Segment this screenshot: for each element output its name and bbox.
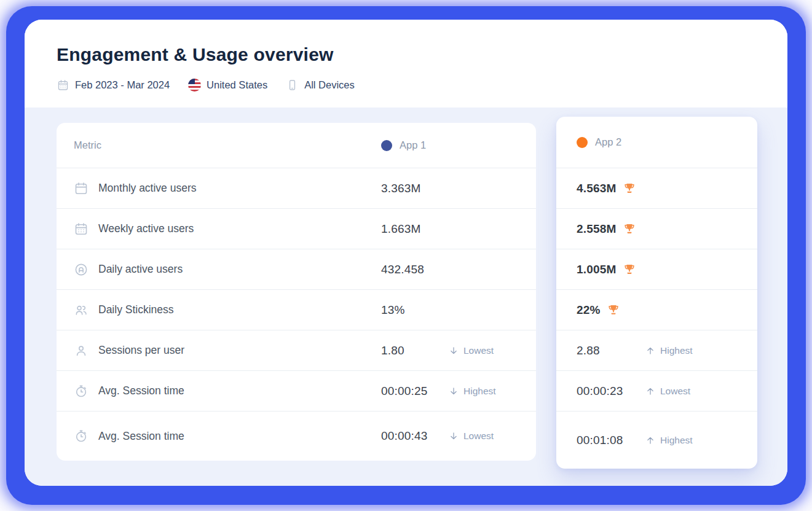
app2-rank-badge: Highest	[645, 345, 693, 356]
badge-label: Highest	[463, 386, 496, 397]
app2-value: 22%	[577, 303, 601, 317]
table-row: Daily active users 432.458	[57, 249, 536, 289]
app1-dot-icon	[381, 140, 392, 151]
table-row: Daily Stickiness 13%	[57, 289, 536, 330]
metric-column-header: Metric	[74, 139, 101, 151]
devices-filter[interactable]: All Devices	[286, 79, 355, 92]
metric-label: Daily Stickiness	[98, 303, 174, 316]
dashboard-body: Metric App 1 Monthly active users 3.363M	[25, 107, 787, 486]
app2-row: 2.558M	[556, 208, 757, 249]
app2-value: 1.005M	[577, 263, 617, 276]
mobile-device-icon	[286, 79, 299, 92]
metric-label: Daily active users	[98, 263, 183, 276]
app1-value: 00:00:25	[381, 384, 449, 398]
stopwatch-icon	[74, 384, 89, 399]
arrow-down-icon	[449, 386, 459, 396]
arrow-up-icon	[645, 346, 655, 356]
badge-label: Highest	[660, 345, 693, 356]
badge-label: Highest	[660, 435, 693, 446]
country-label: United States	[207, 79, 267, 91]
calendar-icon	[57, 79, 69, 92]
app2-row: 1.005M	[556, 249, 757, 289]
app2-value: 2.88	[577, 344, 600, 357]
user-icon	[74, 343, 89, 358]
app2-row: 00:00:23 Lowest	[556, 370, 757, 411]
arrow-down-icon	[449, 346, 459, 356]
date-range-filter[interactable]: Feb 2023 - Mar 2024	[57, 79, 170, 92]
app2-dot-icon	[577, 137, 588, 148]
devices-label: All Devices	[304, 79, 355, 91]
table-header-row: Metric App 1	[57, 123, 536, 168]
app2-value: 00:01:08	[577, 434, 623, 447]
app1-value: 13%	[381, 303, 449, 317]
app1-rank-badge: Highest	[449, 386, 496, 397]
app2-rank-badge: Highest	[645, 435, 693, 446]
trophy-icon	[623, 182, 636, 195]
trophy-icon	[623, 263, 636, 276]
date-range-label: Feb 2023 - Mar 2024	[75, 79, 170, 91]
dashboard-card: Engagement & Usage overview Feb 2023 - M…	[25, 20, 787, 486]
app1-column-header: App 1	[381, 139, 426, 151]
country-filter[interactable]: United States	[188, 79, 267, 92]
arrow-up-icon	[645, 435, 655, 445]
app2-row: 00:01:08 Highest	[556, 411, 757, 469]
app2-column-header: App 2	[577, 136, 621, 148]
badge-label: Lowest	[463, 431, 494, 442]
app1-value: 1.80	[381, 344, 449, 357]
calendar-line-icon	[74, 181, 89, 196]
app2-rank-badge: Lowest	[645, 386, 690, 397]
app1-value: 1.663M	[381, 222, 449, 236]
calendar-grid-icon	[74, 222, 89, 236]
badge-label: Lowest	[660, 386, 690, 397]
app1-label: App 1	[400, 139, 426, 151]
table-row: Avg. Session time 00:00:25 Highest	[57, 370, 536, 411]
page-header: Engagement & Usage overview Feb 2023 - M…	[25, 20, 787, 107]
arrow-down-icon	[449, 431, 459, 441]
app1-value: 432.458	[381, 263, 449, 276]
app2-value: 4.563M	[577, 182, 617, 195]
table-row: Monthly active users 3.363M	[57, 168, 536, 208]
table-row: Avg. Session time 00:00:43 Lowest	[57, 411, 536, 461]
metric-label: Avg. Session time	[98, 384, 184, 397]
trophy-icon	[623, 222, 636, 236]
app2-header-row: App 2	[556, 117, 757, 168]
app1-rank-badge: Lowest	[449, 431, 494, 442]
us-flag-icon	[188, 79, 201, 92]
metrics-table: Metric App 1 Monthly active users 3.363M	[57, 123, 536, 461]
app2-value: 2.558M	[577, 222, 617, 236]
page-title: Engagement & Usage overview	[57, 44, 334, 65]
stopwatch-icon	[74, 429, 89, 443]
badge-label: Lowest	[463, 345, 494, 356]
metric-label: Monthly active users	[98, 182, 197, 195]
app2-label: App 2	[595, 136, 621, 148]
metric-label: Avg. Session time	[98, 430, 184, 443]
app1-rank-badge: Lowest	[449, 345, 494, 356]
daily-circle-icon	[74, 262, 89, 277]
app2-row: 2.88 Highest	[556, 330, 757, 370]
users-icon	[74, 303, 89, 318]
app2-row: 22%	[556, 289, 757, 330]
app2-value: 00:00:23	[577, 384, 623, 398]
app1-value: 3.363M	[381, 182, 449, 195]
metric-label: Sessions per user	[98, 344, 184, 357]
app2-column-card: App 2 4.563M 2.558M	[556, 117, 757, 469]
table-row: Sessions per user 1.80 Lowest	[57, 330, 536, 370]
table-row: Weekly active users 1.663M	[57, 208, 536, 249]
app1-value: 00:00:43	[381, 429, 449, 443]
app2-row: 4.563M	[556, 168, 757, 208]
trophy-icon	[607, 303, 620, 317]
arrow-up-icon	[645, 386, 655, 396]
filter-meta-row: Feb 2023 - Mar 2024 United States All De…	[57, 79, 355, 92]
metric-label: Weekly active users	[98, 222, 194, 235]
